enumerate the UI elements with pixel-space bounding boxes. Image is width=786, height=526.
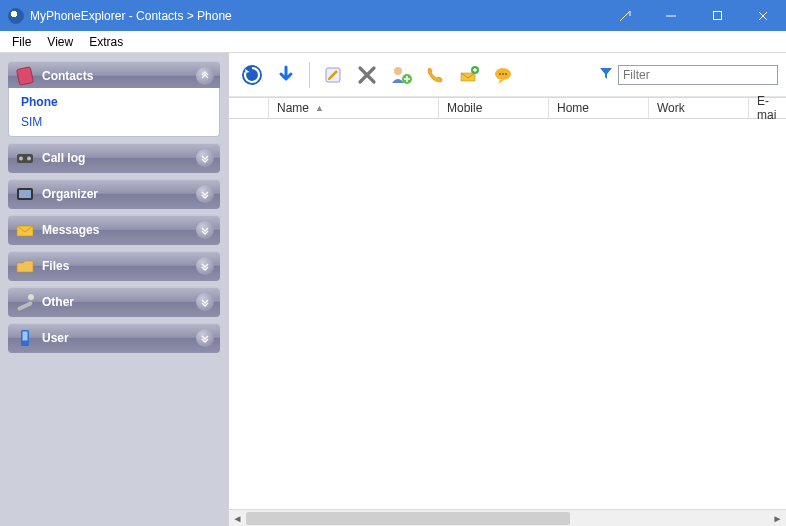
svg-point-17 [394,67,402,75]
sort-asc-icon: ▲ [315,103,324,113]
chevron-down-icon [196,257,214,275]
other-icon [14,291,36,313]
sidebar-group-label: Messages [42,223,196,237]
menu-bar: File View Extras [0,31,786,53]
organizer-icon [14,183,36,205]
column-home[interactable]: Home [549,98,649,118]
call-button[interactable] [420,60,450,90]
chevron-down-icon [196,221,214,239]
sidebar-group-label: Files [42,259,196,273]
sidebar-group-label: User [42,331,196,345]
tablet-mode-button[interactable] [602,0,648,31]
svg-point-21 [499,73,501,75]
maximize-button[interactable] [694,0,740,31]
sidebar-group-label: Contacts [42,69,196,83]
menu-view[interactable]: View [39,33,81,51]
app-icon [8,8,24,24]
filter-input[interactable] [618,65,778,85]
column-checkbox[interactable] [229,98,269,118]
sidebar-group-contacts[interactable]: Contacts [8,61,220,91]
column-mobile[interactable]: Mobile [439,98,549,118]
column-label: Work [657,101,685,115]
scroll-right-button[interactable]: ► [769,510,786,527]
sidebar: Contacts Phone SIM Call log [0,53,228,526]
scroll-left-button[interactable]: ◄ [229,510,246,527]
call-log-icon [14,147,36,169]
messages-icon [14,219,36,241]
sidebar-item-phone[interactable]: Phone [9,92,219,112]
chat-button[interactable] [488,60,518,90]
sidebar-group-label: Organizer [42,187,196,201]
svg-point-22 [502,73,504,75]
svg-point-12 [28,294,35,301]
chevron-up-icon [196,67,214,85]
svg-rect-11 [17,301,33,311]
close-button[interactable] [740,0,786,31]
sidebar-group-organizer[interactable]: Organizer [8,179,220,209]
scroll-track[interactable] [246,510,769,527]
sidebar-group-label: Call log [42,151,196,165]
column-label: Name [277,101,309,115]
sidebar-group-call-log[interactable]: Call log [8,143,220,173]
svg-point-23 [505,73,507,75]
menu-file[interactable]: File [4,33,39,51]
download-button[interactable] [271,60,301,90]
horizontal-scrollbar[interactable]: ◄ ► [229,509,786,526]
column-label: Mobile [447,101,482,115]
column-name[interactable]: Name ▲ [269,98,439,118]
minimize-button[interactable] [648,0,694,31]
chevron-down-icon [196,149,214,167]
menu-extras[interactable]: Extras [81,33,131,51]
column-label: E-mai [757,94,778,122]
sidebar-group-messages[interactable]: Messages [8,215,220,245]
svg-rect-14 [23,332,28,341]
svg-rect-1 [713,12,721,20]
toolbar [229,53,786,97]
table-header: Name ▲ Mobile Home Work E-mai [229,97,786,119]
edit-button[interactable] [318,60,348,90]
svg-point-8 [27,157,31,161]
sidebar-group-other[interactable]: Other [8,287,220,317]
title-bar: MyPhoneExplorer - Contacts > Phone [0,0,786,31]
add-contact-button[interactable] [386,60,416,90]
content-area: Name ▲ Mobile Home Work E-mai ◄ ► [228,53,786,526]
delete-button[interactable] [352,60,382,90]
table-body [229,119,786,509]
chevron-down-icon [196,185,214,203]
scroll-thumb[interactable] [246,512,570,525]
sidebar-item-sim[interactable]: SIM [9,112,219,132]
column-work[interactable]: Work [649,98,749,118]
sidebar-group-label: Other [42,295,196,309]
chevron-down-icon [196,329,214,347]
sidebar-group-body-contacts: Phone SIM [8,88,220,137]
chevron-down-icon [196,293,214,311]
svg-point-7 [19,157,23,161]
toolbar-separator [309,62,310,88]
sidebar-group-user[interactable]: User [8,323,220,353]
column-label: Home [557,101,589,115]
user-icon [14,327,36,349]
filter-icon[interactable] [598,65,614,85]
column-email[interactable]: E-mai [749,98,786,118]
send-message-button[interactable] [454,60,484,90]
contacts-icon [14,65,36,87]
files-icon [14,255,36,277]
window-title: MyPhoneExplorer - Contacts > Phone [30,9,232,23]
refresh-button[interactable] [237,60,267,90]
svg-rect-10 [19,190,31,198]
sidebar-group-files[interactable]: Files [8,251,220,281]
